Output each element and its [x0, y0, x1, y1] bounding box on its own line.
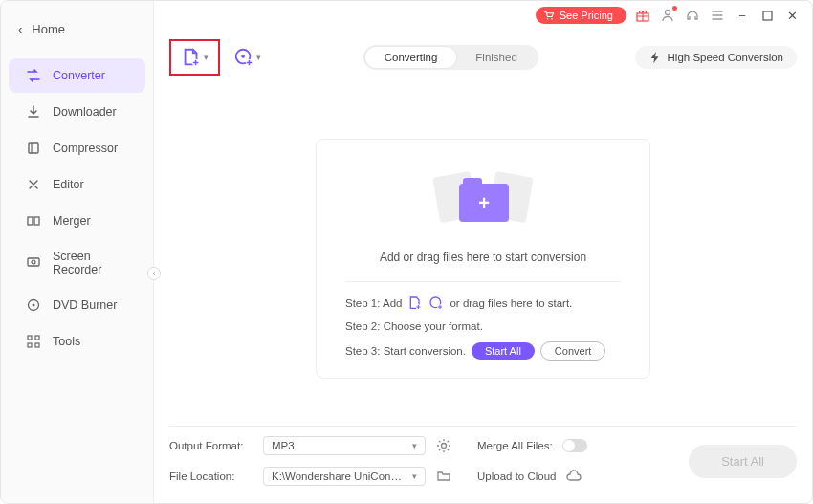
folder-icon[interactable]	[435, 468, 452, 485]
sidebar-item-label: Screen Recorder	[53, 250, 128, 276]
svg-rect-15	[763, 11, 772, 20]
sidebar-item-label: Editor	[53, 178, 84, 191]
svg-rect-9	[28, 343, 32, 347]
tools-icon	[26, 334, 41, 349]
bolt-icon	[648, 51, 662, 64]
collapse-sidebar-button[interactable]: ‹	[147, 267, 161, 280]
svg-rect-3	[28, 258, 39, 266]
user-icon[interactable]	[659, 7, 676, 24]
sidebar-item-downloader[interactable]: Downloader	[9, 95, 145, 129]
svg-rect-1	[28, 217, 33, 225]
sidebar-item-label: Compressor	[53, 142, 118, 155]
add-file-icon	[407, 296, 423, 311]
toolbar: ▾ ▾ Converting Finished High Speed Conve…	[169, 33, 797, 91]
file-location-label: File Location:	[169, 471, 253, 482]
chevron-down-icon: ▾	[412, 441, 417, 450]
svg-point-12	[551, 18, 553, 20]
svg-rect-8	[35, 336, 39, 340]
content-area: + Add or drag files here to start conver…	[169, 91, 797, 426]
status-tabs: Converting Finished	[363, 45, 538, 70]
file-location-select[interactable]: K:\Wondershare UniConverter 1 ▾	[263, 467, 426, 486]
start-all-pill[interactable]: Start All	[472, 342, 535, 360]
home-label: Home	[32, 22, 65, 36]
sidebar-home[interactable]: ‹ Home	[1, 12, 153, 46]
convert-pill[interactable]: Convert	[540, 341, 606, 361]
svg-rect-10	[35, 343, 39, 347]
compressor-icon	[26, 141, 41, 156]
high-speed-conversion-button[interactable]: High Speed Conversion	[635, 46, 797, 69]
tab-converting[interactable]: Converting	[365, 47, 457, 68]
downloader-icon	[26, 104, 41, 120]
merger-icon	[26, 213, 41, 229]
cart-icon	[543, 10, 555, 21]
step-1: Step 1: Add or drag files here to start.	[345, 296, 621, 311]
menu-icon[interactable]	[709, 7, 726, 24]
sidebar-item-merger[interactable]: Merger	[9, 204, 145, 238]
close-button[interactable]: ✕	[783, 7, 801, 24]
start-all-button[interactable]: Start All	[689, 445, 797, 478]
svg-point-23	[442, 444, 447, 449]
chevron-down-icon: ▾	[256, 53, 261, 62]
footer: Output Format: MP3 ▾ Merge All Files: Fi…	[169, 426, 797, 492]
dropzone[interactable]: + Add or drag files here to start conver…	[316, 139, 650, 379]
tab-finished[interactable]: Finished	[456, 47, 536, 68]
add-dvd-button[interactable]: ▾	[228, 43, 267, 72]
svg-rect-0	[29, 143, 38, 153]
sidebar: ‹ Home Converter Downloader Compressor E…	[1, 1, 154, 503]
maximize-button[interactable]	[758, 7, 776, 24]
dvdburner-icon	[26, 297, 41, 313]
upload-label: Upload to Cloud	[477, 471, 556, 482]
main-panel: See Pricing − ✕ ▾ ▾	[154, 1, 812, 503]
minimize-button[interactable]: −	[734, 7, 751, 24]
sidebar-item-compressor[interactable]: Compressor	[9, 131, 145, 165]
svg-rect-2	[34, 217, 39, 225]
sidebar-item-label: Merger	[53, 214, 91, 228]
output-format-select[interactable]: MP3 ▾	[263, 436, 426, 455]
sidebar-item-label: Downloader	[53, 105, 117, 119]
sidebar-item-label: DVD Burner	[53, 298, 117, 312]
settings-icon[interactable]	[435, 437, 452, 454]
folder-plus-illustration: +	[430, 161, 536, 237]
headset-icon[interactable]	[684, 7, 701, 24]
step-3: Step 3: Start conversion. Start All Conv…	[345, 341, 621, 361]
converter-icon	[26, 68, 41, 83]
svg-rect-7	[28, 336, 32, 340]
editor-icon	[26, 177, 41, 192]
svg-point-6	[33, 304, 35, 307]
sidebar-item-screenrecorder[interactable]: Screen Recorder	[9, 240, 145, 286]
add-file-button[interactable]: ▾	[169, 39, 220, 76]
add-file-icon	[181, 47, 202, 68]
dropzone-text: Add or drag files here to start conversi…	[380, 251, 586, 264]
see-pricing-button[interactable]: See Pricing	[536, 7, 626, 24]
svg-point-18	[241, 55, 245, 58]
step-2: Step 2: Choose your format.	[345, 320, 621, 332]
sidebar-item-label: Tools	[53, 335, 80, 348]
merge-label: Merge All Files:	[477, 440, 553, 451]
svg-point-11	[546, 18, 548, 20]
sidebar-item-label: Converter	[53, 69, 105, 82]
chevron-down-icon: ▾	[412, 471, 417, 481]
chevron-left-icon: ‹	[18, 22, 22, 36]
sidebar-item-editor[interactable]: Editor	[9, 167, 145, 202]
chevron-down-icon: ▾	[204, 53, 209, 62]
svg-point-4	[32, 260, 35, 264]
svg-point-14	[666, 11, 670, 15]
merge-toggle[interactable]	[562, 439, 587, 452]
cloud-icon[interactable]	[565, 468, 582, 485]
titlebar: See Pricing − ✕	[154, 1, 812, 30]
sidebar-item-tools[interactable]: Tools	[9, 324, 145, 359]
steps: Step 1: Add or drag files here to start.…	[345, 281, 621, 361]
add-dvd-icon	[233, 47, 254, 68]
add-dvd-icon	[428, 296, 444, 311]
sidebar-item-dvdburner[interactable]: DVD Burner	[9, 288, 145, 322]
gift-icon[interactable]	[634, 7, 651, 24]
screenrecorder-icon	[26, 255, 41, 271]
output-format-label: Output Format:	[169, 440, 253, 451]
sidebar-item-converter[interactable]: Converter	[9, 58, 145, 93]
